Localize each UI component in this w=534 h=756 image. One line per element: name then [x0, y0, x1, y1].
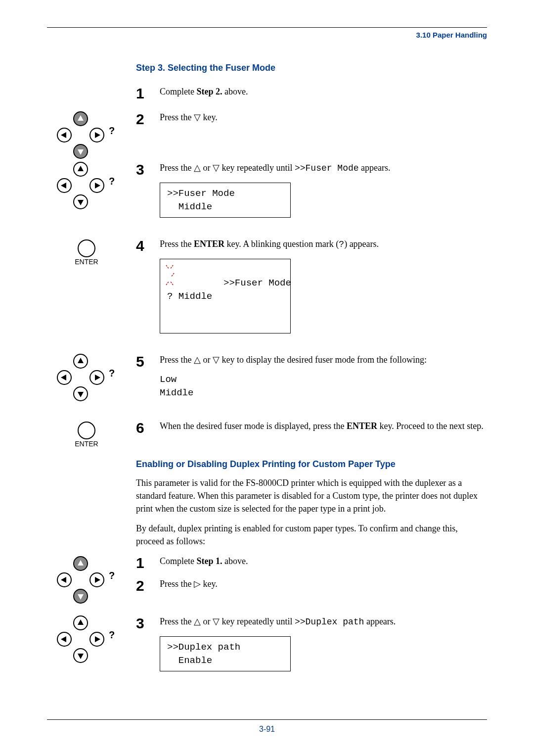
- lcd-display: >>Duplex path Enable: [160, 636, 291, 671]
- step-text: Press the ▽ key.: [160, 111, 487, 124]
- triangle-down-icon: ▽: [194, 112, 201, 122]
- header-section-ref: 3.10 Paper Handling: [47, 31, 487, 39]
- text-fragment: above.: [222, 87, 248, 96]
- text-fragment: above.: [222, 556, 248, 566]
- text-fragment: appears.: [359, 163, 391, 173]
- page-number: 3-91: [47, 725, 487, 734]
- text-fragment: key to display the desired fuser mode fr…: [220, 355, 427, 365]
- triangle-down-icon: ▽: [213, 616, 220, 626]
- text-fragment: ) appears.: [344, 239, 379, 249]
- step-number: 1: [136, 556, 160, 570]
- step-number: 3: [136, 162, 160, 177]
- svg-line-21: [170, 265, 173, 269]
- step-number: 2: [136, 578, 160, 593]
- lcd-display: >>Fuser Mode ? Middle: [160, 259, 291, 333]
- mono-text: >>Fuser Mode: [295, 163, 359, 173]
- text-fragment: Press the: [160, 616, 194, 626]
- step-row: ? 2 Press the ▽ key.: [136, 111, 487, 127]
- keypad-icon: ?: [47, 556, 126, 608]
- step-text: Complete Step 1. above.: [160, 555, 487, 567]
- svg-point-34: [78, 422, 95, 439]
- nav-keys-icon: ?: [53, 615, 120, 667]
- paragraph: This parameter is valid for the FS-8000C…: [136, 476, 487, 515]
- step-row: ? 3 Press the △ or ▽ key repeatedly unti…: [136, 615, 487, 671]
- text-bold: Step 2.: [197, 87, 222, 96]
- svg-text:?: ?: [109, 368, 115, 378]
- triangle-down-icon: ▽: [213, 163, 220, 173]
- text-fragment: key. A blinking question mark (: [224, 239, 339, 249]
- top-rule: [47, 27, 487, 28]
- text-fragment: Press the: [160, 579, 194, 589]
- text-fragment: When the desired fuser mode is displayed…: [160, 421, 347, 431]
- step-row: ? 1 Complete Step 1. above.: [136, 555, 487, 570]
- text-fragment: key repeatedly until: [220, 616, 295, 626]
- display-text: >>Fuser Mode ? Middle: [167, 278, 291, 302]
- step-text: Press the △ or ▽ key repeatedly until >>…: [160, 161, 487, 218]
- step-text: Press the △ or ▽ key to display the desi…: [160, 353, 487, 399]
- svg-line-23: [166, 281, 169, 285]
- step-row: 2 Press the ▷ key.: [136, 577, 487, 593]
- paragraph: By default, duplex printing is enabled f…: [136, 522, 487, 548]
- svg-text:?: ?: [109, 629, 115, 640]
- step-row: ? 5 Press the △ or ▽ key to display the …: [136, 353, 487, 399]
- step-number: 2: [136, 112, 160, 127]
- text-fragment: key. Proceed to the next step.: [377, 421, 484, 431]
- triangle-up-icon: △: [194, 163, 201, 173]
- mono-text: ?: [339, 239, 344, 249]
- bottom-rule: [47, 719, 487, 720]
- nav-keys-icon: ?: [53, 556, 120, 608]
- text-fragment: or: [201, 163, 213, 173]
- svg-line-22: [171, 273, 174, 277]
- svg-text:ENTER: ENTER: [75, 258, 98, 266]
- svg-text:?: ?: [109, 176, 115, 187]
- step-row: ENTER 4 Press the ENTER key. A blinking …: [136, 237, 487, 333]
- text-fragment: key.: [201, 579, 218, 589]
- keypad-icon: ?: [47, 161, 126, 213]
- svg-text:ENTER: ENTER: [75, 440, 98, 448]
- enter-key-icon: ENTER: [47, 421, 126, 448]
- text-bold: Step 1.: [197, 556, 222, 566]
- section1-title: Step 3. Selecting the Fuser Mode: [136, 63, 487, 73]
- enter-key-icon: ENTER: [47, 238, 126, 266]
- text-fragment: or: [201, 616, 213, 626]
- triangle-right-icon: ▷: [194, 579, 201, 589]
- section2-title: Enabling or Disabling Duplex Printing fo…: [136, 459, 487, 470]
- step-number: 6: [136, 421, 160, 435]
- svg-line-20: [166, 265, 169, 269]
- text-fragment: Complete: [160, 556, 197, 566]
- step-number: 4: [136, 238, 160, 253]
- svg-text:?: ?: [109, 570, 115, 581]
- text-bold: ENTER: [347, 421, 377, 431]
- text-fragment: key repeatedly until: [220, 163, 295, 173]
- text-fragment: Press the: [160, 112, 194, 122]
- option-list: Low Middle: [160, 373, 487, 399]
- page-footer: 3-91: [47, 719, 487, 734]
- text-fragment: Press the: [160, 355, 194, 365]
- step-number: 1: [136, 86, 160, 101]
- triangle-up-icon: △: [194, 616, 201, 626]
- text-fragment: or: [201, 355, 213, 365]
- text-fragment: Press the: [160, 239, 194, 249]
- mono-text: >>Duplex path: [295, 617, 364, 627]
- step-text: Press the ▷ key.: [160, 577, 487, 590]
- step-row: ? 3 Press the △ or ▽ key repeatedly unti…: [136, 161, 487, 218]
- step-text: Press the ENTER key. A blinking question…: [160, 237, 487, 333]
- text-fragment: Press the: [160, 163, 194, 173]
- step-row: 1 Complete Step 2. above.: [136, 85, 487, 101]
- blink-arrows-icon: [162, 261, 177, 289]
- step-number: 3: [136, 616, 160, 631]
- svg-text:?: ?: [109, 125, 115, 136]
- keypad-icon: ?: [47, 615, 126, 667]
- step-text: Press the △ or ▽ key repeatedly until >>…: [160, 615, 487, 671]
- text-bold: ENTER: [194, 239, 224, 249]
- enter-button-icon: ENTER: [72, 238, 101, 266]
- lcd-display: >>Fuser Mode Middle: [160, 183, 291, 218]
- keypad-icon: ?: [47, 353, 126, 405]
- keypad-icon: ?: [47, 111, 126, 163]
- svg-line-24: [170, 281, 173, 285]
- nav-keys-icon: ?: [53, 161, 120, 213]
- text-fragment: Complete: [160, 87, 197, 96]
- text-fragment: key.: [201, 112, 218, 122]
- step-number: 5: [136, 354, 160, 369]
- step-text: Complete Step 2. above.: [160, 85, 487, 98]
